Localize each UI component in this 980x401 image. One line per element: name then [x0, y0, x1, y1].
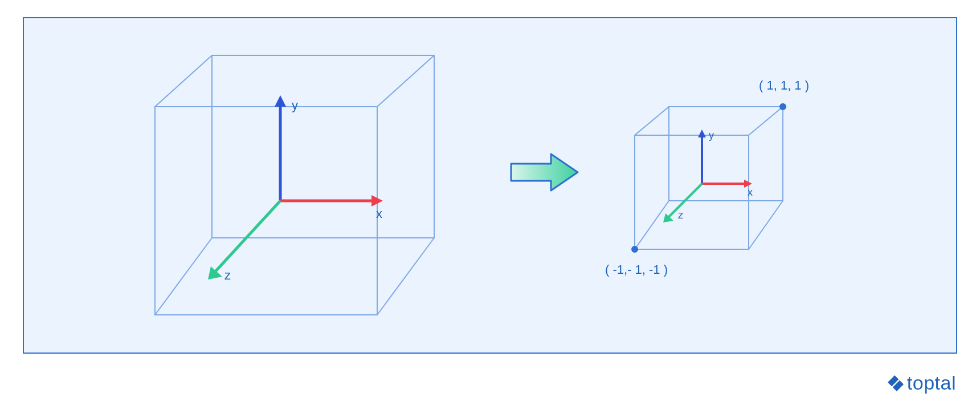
toptal-icon	[888, 375, 904, 391]
small-axis-y-label: y	[709, 129, 714, 141]
svg-marker-22	[698, 129, 706, 137]
axis-z-label: z	[224, 268, 231, 283]
svg-line-15	[635, 107, 669, 135]
svg-point-19	[779, 103, 786, 110]
svg-line-17	[749, 201, 783, 249]
coord-top-right: ( 1, 1, 1 )	[759, 78, 809, 93]
large-cube	[149, 50, 457, 321]
small-cube	[623, 101, 794, 261]
svg-line-4	[377, 238, 434, 315]
diagram-canvas: y x z	[0, 0, 980, 401]
svg-marker-14	[635, 135, 749, 249]
brand-text: toptal	[907, 372, 956, 394]
svg-line-3	[377, 55, 434, 107]
diagram-panel: y x z	[23, 17, 957, 354]
svg-line-18	[635, 201, 669, 249]
small-axis-z-label: z	[678, 209, 683, 221]
brand-logo: toptal	[888, 372, 956, 394]
coord-bottom-left: ( -1,- 1, -1 )	[605, 262, 668, 277]
transform-arrow-icon	[508, 149, 582, 195]
svg-point-20	[631, 246, 638, 253]
svg-line-16	[749, 107, 783, 135]
small-axis-x-label: x	[748, 187, 753, 199]
axis-x-label: x	[376, 206, 382, 221]
svg-marker-12	[511, 154, 578, 191]
axis-y-label: y	[292, 98, 298, 113]
svg-marker-7	[275, 95, 286, 107]
svg-marker-0	[212, 55, 434, 238]
svg-marker-1	[155, 107, 377, 315]
svg-line-10	[215, 201, 280, 272]
svg-line-5	[155, 238, 212, 315]
svg-line-2	[155, 55, 212, 107]
